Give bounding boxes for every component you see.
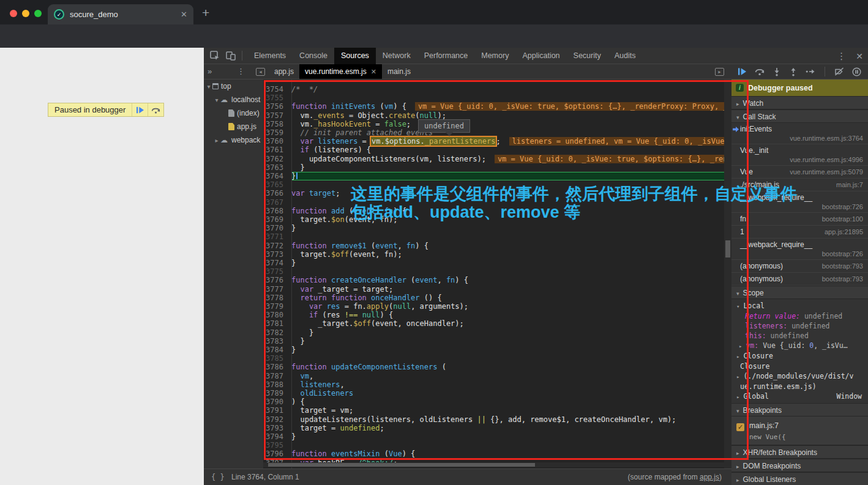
navigator-item-webpack[interactable]: ▸☁webpack <box>204 133 263 147</box>
scope-variable-return-value[interactable]: Return value: undefined <box>731 311 868 321</box>
call-stack-frame[interactable]: __webpack_require__bootstrap:726 <box>731 239 868 260</box>
more-tabs-icon[interactable]: » <box>208 67 212 76</box>
panel-tab-audits[interactable]: Audits <box>608 48 643 64</box>
frame-location: main.js:7 <box>836 181 863 188</box>
disclosure-triangle: ▾ <box>206 83 212 90</box>
file-icon <box>228 109 234 117</box>
panel-tab-application[interactable]: Application <box>515 48 566 64</box>
debugger-sidebar: i Debugger paused ▸Watch ▾Call Stack ini… <box>731 64 868 485</box>
new-tab-button[interactable]: + <box>202 6 209 20</box>
paused-in-debugger-banner: Paused in debugger <box>48 103 164 117</box>
devtools-close-icon[interactable]: ✕ <box>856 51 863 61</box>
file-tab-close-icon[interactable]: ✕ <box>371 68 376 76</box>
horizontal-scrollbar[interactable] <box>263 462 724 467</box>
annotation-text-line2: 包括add、update、remove 等 <box>351 201 580 223</box>
scope-closure-1[interactable]: ▸Closure <box>731 351 868 361</box>
step-over-button[interactable] <box>148 103 163 116</box>
resume-script-button[interactable] <box>132 103 148 116</box>
panel-tab-memory[interactable]: Memory <box>474 48 515 64</box>
deactivate-breakpoints-icon[interactable] <box>834 67 844 76</box>
panel-tab-security[interactable]: Security <box>567 48 608 64</box>
maximize-window-button[interactable] <box>34 10 42 17</box>
file-tab-label: vue.runtime.esm.js <box>305 67 367 76</box>
scope-closure-2-path[interactable]: ▸(./node_modules/vue/dist/v <box>731 371 868 382</box>
navigator-item-label: (index) <box>237 109 260 117</box>
panel-tab-console[interactable]: Console <box>293 48 334 64</box>
pause-on-exceptions-icon[interactable] <box>852 67 861 76</box>
file-tabs: app.jsvue.runtime.esm.js✕main.js <box>269 64 416 79</box>
tab-close-icon[interactable]: ✕ <box>181 10 187 19</box>
call-stack-frame[interactable]: initEventsvue.runtime.esm.js:3764 <box>731 123 868 144</box>
horizontal-scrollbar-thumb[interactable] <box>268 463 535 467</box>
xhr-breakpoints-header[interactable]: ▸XHR/fetch Breakpoints <box>731 445 868 459</box>
call-stack-frame[interactable]: 1app.js:21895 <box>731 226 868 239</box>
navigator-menu-icon[interactable]: ⋮ <box>237 67 245 76</box>
minimize-window-button[interactable] <box>22 10 29 17</box>
panel-tab-performance[interactable]: Performance <box>417 48 475 64</box>
frame-location: vue.runtime.esm.js:3764 <box>740 135 863 142</box>
screen: ✓ socure_demo ✕ + ← → ✕ i localhost:8080… <box>0 0 868 485</box>
panel-tab-sources[interactable]: Sources <box>334 48 376 64</box>
scope-pane: ▾LocalReturn value: undefinedlisteners: … <box>731 299 868 403</box>
device-toolbar-icon[interactable] <box>226 51 236 61</box>
frame-location: bootstrap:726 <box>740 250 863 257</box>
call-stack-frame[interactable]: Vue._initvue.runtime.esm.js:4996 <box>731 144 868 166</box>
step-into-icon[interactable] <box>773 67 781 76</box>
call-stack-frame[interactable]: (anonymous)bootstrap:793 <box>731 273 868 286</box>
variable-value: undefined <box>804 312 842 320</box>
breakpoints-list: ✓main.js:7new Vue({ <box>731 417 868 445</box>
call-stack-frame[interactable]: (anonymous)bootstrap:793 <box>731 260 868 273</box>
callstack-section-header[interactable]: ▾Call Stack <box>731 109 868 123</box>
devtools-toolbar: ElementsConsoleSourcesNetworkPerformance… <box>204 48 868 64</box>
panel-tab-network[interactable]: Network <box>376 48 417 64</box>
inspect-element-icon[interactable] <box>210 51 220 61</box>
navigator-item-localhost[interactable]: ▾☁localhost <box>204 93 263 106</box>
browser-tab[interactable]: ✓ socure_demo ✕ <box>48 4 193 24</box>
scope-global[interactable]: ▸GlobalWindow <box>731 391 868 402</box>
global-value: Window <box>836 391 862 401</box>
url-bar: ← → ✕ i localhost:8080 ☆ ⋮ <box>0 24 868 48</box>
show-panel-icon[interactable]: ► <box>715 68 724 76</box>
browser-tab-title: socure_demo <box>70 10 181 19</box>
disclosure-triangle: ▾ <box>214 97 220 103</box>
step-icon[interactable] <box>806 68 815 75</box>
scope-variable-listeners[interactable]: listeners: undefined <box>731 321 868 331</box>
frame-location: vue.runtime.esm.js:4996 <box>740 156 863 163</box>
frame-location: app.js:21895 <box>825 228 863 235</box>
frame-location: bootstrap:100 <box>822 215 863 223</box>
navigator-item-appjs[interactable]: app.js <box>204 120 263 133</box>
dom-breakpoints-header[interactable]: ▸DOM Breakpoints <box>731 459 868 472</box>
scope-variable-this[interactable]: this: undefined <box>731 331 868 341</box>
navigator-item-index[interactable]: (index) <box>204 106 263 120</box>
scope-section-header[interactable]: ▾Scope <box>731 286 868 299</box>
breakpoint-item[interactable]: ✓main.js:7new Vue({ <box>731 417 868 445</box>
variable-name: listeners: <box>745 322 791 330</box>
breakpoints-section-header[interactable]: ▾Breakpoints <box>731 403 868 417</box>
close-window-button[interactable] <box>10 10 17 17</box>
step-out-icon[interactable] <box>789 67 798 76</box>
controls-separator <box>825 67 825 76</box>
file-tab-vue.runtime.esm.js[interactable]: vue.runtime.esm.js✕ <box>299 64 382 79</box>
source-map-link[interactable]: app.js <box>700 473 719 481</box>
resume-icon[interactable] <box>738 67 747 76</box>
global-listeners-header[interactable]: ▸Global Listeners <box>731 472 868 485</box>
pretty-print-icon[interactable]: { } <box>211 473 225 481</box>
step-over-icon[interactable] <box>755 67 765 76</box>
file-tab-main.js[interactable]: main.js <box>382 64 416 79</box>
variable-name: Return value: <box>745 312 804 320</box>
breakpoint-location: main.js:7 <box>749 421 779 430</box>
hide-navigator-icon[interactable]: ◄ <box>256 68 265 76</box>
cursor-position-label: Line 3764, Column 1 <box>231 473 299 481</box>
call-stack-frame[interactable]: Vuevue.runtime.esm.js:5079 <box>731 166 868 179</box>
scope-closure-2[interactable]: Closure <box>731 361 868 371</box>
panel-tab-elements[interactable]: Elements <box>247 48 293 64</box>
call-stack-frame[interactable]: fnbootstrap:100 <box>731 213 868 226</box>
devtools-menu-icon[interactable]: ⋮ <box>837 51 846 62</box>
watch-section-header[interactable]: ▸Watch <box>731 96 868 109</box>
scope-variable-vm[interactable]: ▸vm: Vue {_uid: 0, _isVu… <box>731 341 868 351</box>
panel-tab-strip: ElementsConsoleSourcesNetworkPerformance… <box>247 48 642 64</box>
file-tab-label: app.js <box>274 67 294 76</box>
navigator-item-top[interactable]: ▾top <box>204 80 263 93</box>
scope-local[interactable]: ▾Local <box>731 301 868 311</box>
file-tab-app.js[interactable]: app.js <box>269 64 299 79</box>
